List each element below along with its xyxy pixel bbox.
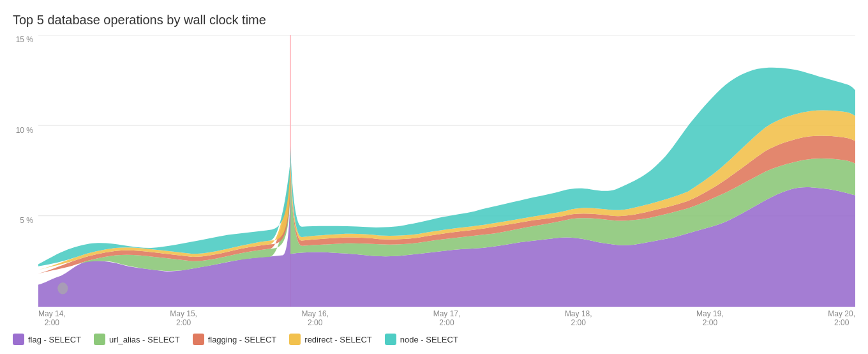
y-axis: 15 % 10 % 5 % [13,35,38,326]
legend-item-2: flagging - SELECT [193,334,277,345]
legend-swatch-0 [13,334,24,345]
legend-swatch-2 [193,334,204,345]
x-label-4: May 18,2:00 [565,309,592,326]
legend-label-3: redirect - SELECT [304,335,371,344]
legend-item-1: url_alias - SELECT [94,334,180,345]
legend-swatch-1 [94,334,105,345]
legend-label-1: url_alias - SELECT [109,335,180,344]
legend-label-4: node - SELECT [400,335,458,344]
legend-item-4: node - SELECT [385,334,458,345]
x-axis: May 14,2:00May 15,2:00May 16,2:00May 17,… [38,307,855,326]
chart-container: Top 5 database operations by wall clock … [0,0,868,354]
legend-item-0: flag - SELECT [13,334,81,345]
chart-area: 15 % 10 % 5 % [13,35,855,326]
x-label-2: May 16,2:00 [301,309,329,326]
chart-title: Top 5 database operations by wall clock … [13,13,855,27]
legend-label-0: flag - SELECT [28,335,81,344]
y-label-5: 5 % [20,216,33,225]
x-label-0: May 14,2:00 [38,309,66,326]
legend: flag - SELECTurl_alias - SELECTflagging … [13,326,855,348]
x-label-1: May 15,2:00 [170,309,197,326]
x-label-6: May 20,2:00 [828,309,855,326]
y-label-10: 10 % [16,126,33,135]
x-label-3: May 17,2:00 [433,309,461,326]
y-label-15: 15 % [16,35,33,44]
svg-point-5 [57,282,68,294]
chart-right: May 14,2:00May 15,2:00May 16,2:00May 17,… [38,35,855,326]
legend-item-3: redirect - SELECT [289,334,371,345]
legend-swatch-4 [385,334,396,345]
legend-label-2: flagging - SELECT [208,335,277,344]
legend-swatch-3 [289,334,301,345]
x-label-5: May 19,2:00 [696,309,724,326]
chart-svg [38,35,855,307]
